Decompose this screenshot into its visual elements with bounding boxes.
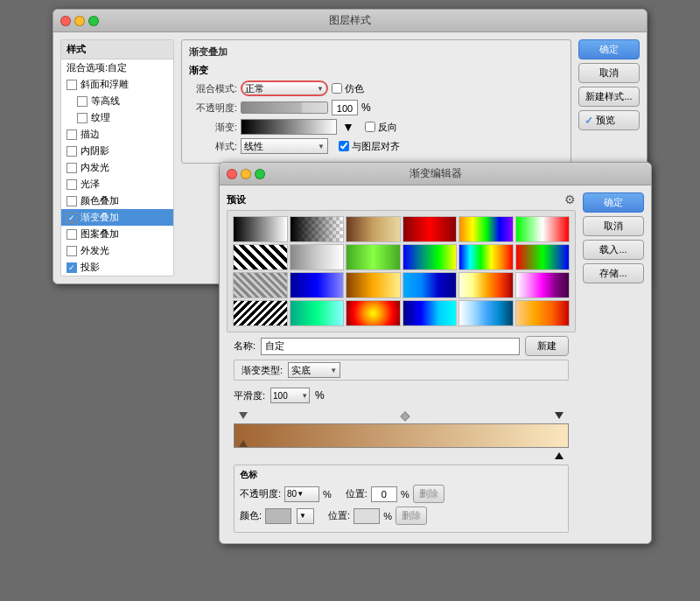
preset-9[interactable] <box>346 244 401 270</box>
preset-15[interactable] <box>346 272 401 298</box>
sidebar-item-outer-glow[interactable]: 外发光 <box>61 242 173 259</box>
preset-23[interactable] <box>458 300 514 326</box>
inner-glow-label: 内发光 <box>80 161 109 174</box>
effects-sidebar: 样式 混合选项:自定 斜面和浮雕 等高线 纹理 <box>60 39 174 276</box>
sidebar-item-texture[interactable]: 纹理 <box>61 109 173 126</box>
smoothness-unit: % <box>315 389 325 402</box>
gradient-dropdown-arrow[interactable]: ▼ <box>342 120 354 134</box>
min-btn[interactable] <box>74 16 85 26</box>
ge-cancel-button[interactable]: 取消 <box>583 216 644 236</box>
preset-13[interactable] <box>233 272 288 298</box>
gradient-editor-content: 预设 ⚙ <box>227 192 576 536</box>
stop-opacity-select[interactable]: 80 ▼ <box>284 486 319 502</box>
opacity-stop-right[interactable] <box>555 412 564 419</box>
gradient-bar[interactable] <box>234 423 569 448</box>
sidebar-item-inner-shadow[interactable]: 内阴影 <box>61 143 173 159</box>
preset-21[interactable] <box>346 300 401 326</box>
ge-save-button[interactable]: 存储... <box>583 263 644 283</box>
gradient-editor-title: 渐变编辑器 <box>410 167 462 179</box>
gradient-overlay-check[interactable]: ✓ <box>66 213 77 223</box>
opacity-value[interactable]: 100 <box>332 100 358 115</box>
preset-20[interactable] <box>290 300 345 326</box>
preset-3[interactable] <box>346 216 401 242</box>
preset-18[interactable] <box>515 272 570 298</box>
preset-12[interactable] <box>515 244 570 270</box>
preset-8[interactable] <box>290 244 345 270</box>
color-stop-right[interactable] <box>555 451 564 459</box>
preset-10[interactable] <box>402 244 458 270</box>
stop-color-location-input[interactable] <box>354 508 380 524</box>
preset-24[interactable] <box>515 300 570 326</box>
preset-5[interactable] <box>458 216 514 242</box>
preset-2[interactable] <box>290 216 345 242</box>
contour-label: 等高线 <box>91 94 120 108</box>
gradient-preview[interactable] <box>241 119 337 135</box>
preset-6[interactable] <box>515 216 570 242</box>
outer-glow-check[interactable] <box>66 246 77 256</box>
sidebar-item-drop-shadow[interactable]: ✓ 投影 <box>61 259 173 276</box>
bevel-check[interactable] <box>66 80 77 90</box>
presets-gear-icon[interactable]: ⚙ <box>564 192 576 206</box>
sidebar-item-blend[interactable]: 混合选项:自定 <box>61 59 173 76</box>
stroke-check[interactable] <box>66 129 77 140</box>
stop-color-preview[interactable] <box>265 508 291 524</box>
inner-glow-check[interactable] <box>66 163 77 173</box>
ge-load-button[interactable]: 载入... <box>583 240 644 260</box>
style-value: 线性 <box>244 140 263 153</box>
sidebar-item-contour[interactable]: 等高线 <box>61 93 173 109</box>
opacity-slider[interactable] <box>241 101 328 114</box>
max-btn[interactable] <box>88 16 99 26</box>
drop-shadow-check[interactable]: ✓ <box>66 262 77 273</box>
preset-7[interactable] <box>233 244 288 270</box>
color-overlay-check[interactable] <box>66 196 77 206</box>
sidebar-item-inner-glow[interactable]: 内发光 <box>61 159 173 176</box>
inner-shadow-check[interactable] <box>66 146 77 157</box>
satin-check[interactable] <box>66 179 77 190</box>
cancel-button[interactable]: 取消 <box>578 63 640 83</box>
color-stop-left[interactable] <box>239 438 248 447</box>
ge-min-btn[interactable] <box>241 169 251 179</box>
pattern-overlay-check[interactable] <box>66 229 77 240</box>
gradient-type-select[interactable]: 实底 ▼ <box>288 362 340 378</box>
sidebar-item-stroke[interactable]: 描边 <box>61 126 173 143</box>
preset-1[interactable] <box>233 216 288 242</box>
opacity-stop-left[interactable] <box>239 412 248 419</box>
stop-location-input[interactable] <box>371 486 397 502</box>
preset-19[interactable] <box>233 300 288 326</box>
texture-check[interactable] <box>77 113 88 123</box>
opacity-midpoint[interactable] <box>400 411 410 421</box>
color-overlay-label: 颜色叠加 <box>80 194 119 207</box>
delete-color-stop-button[interactable]: 删除 <box>396 507 427 525</box>
simulate-check[interactable] <box>332 83 342 94</box>
preset-11[interactable] <box>458 244 514 270</box>
sidebar-item-color-overlay[interactable]: 颜色叠加 <box>61 192 173 209</box>
sidebar-item-satin[interactable]: 光泽 <box>61 176 173 192</box>
style-select[interactable]: 线性 ▼ <box>241 138 328 154</box>
contour-check[interactable] <box>77 96 88 107</box>
style-label: 样式: <box>189 140 237 153</box>
preset-22[interactable] <box>402 300 458 326</box>
window-controls <box>60 16 99 26</box>
preset-14[interactable] <box>290 272 345 298</box>
new-style-button[interactable]: 新建样式... <box>578 87 640 107</box>
ok-button[interactable]: 确定 <box>578 39 640 59</box>
delete-opacity-stop-button[interactable]: 删除 <box>413 485 444 503</box>
preset-4[interactable] <box>402 216 458 242</box>
close-btn[interactable] <box>60 16 71 26</box>
sidebar-item-gradient-overlay[interactable]: ✓ 渐变叠加 <box>61 209 173 226</box>
ge-ok-button[interactable]: 确定 <box>583 192 644 213</box>
reverse-check[interactable] <box>365 122 375 132</box>
stop-color-type[interactable]: ▼ <box>297 508 314 524</box>
smoothness-select[interactable]: 100 ▼ <box>270 388 310 403</box>
preset-16[interactable] <box>402 272 458 298</box>
sidebar-item-bevel[interactable]: 斜面和浮雕 <box>61 76 173 93</box>
blend-mode-select[interactable]: 正常 ▼ <box>241 80 328 96</box>
sidebar-item-pattern-overlay[interactable]: 图案叠加 <box>61 226 173 242</box>
preview-button[interactable]: ✓ 预览 <box>578 110 640 130</box>
name-input[interactable] <box>261 338 520 355</box>
preset-17[interactable] <box>458 272 514 298</box>
ge-max-btn[interactable] <box>255 169 265 179</box>
ge-close-btn[interactable] <box>227 169 237 179</box>
new-gradient-button[interactable]: 新建 <box>525 336 569 356</box>
align-check[interactable] <box>339 141 349 151</box>
